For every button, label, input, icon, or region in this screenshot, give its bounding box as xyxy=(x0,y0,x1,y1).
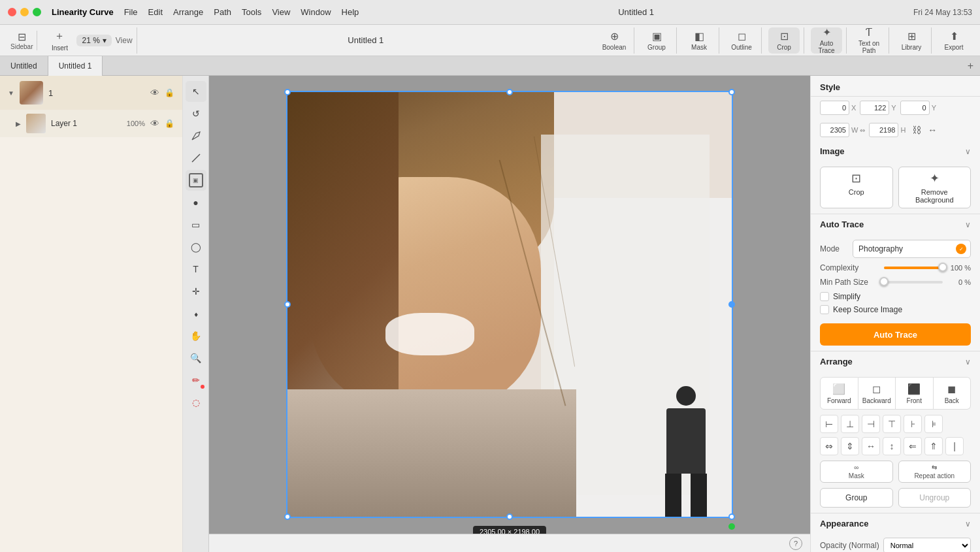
front-button[interactable]: ⬛ Front xyxy=(896,377,934,410)
min-path-thumb[interactable] xyxy=(879,277,889,286)
menu-tools[interactable]: Tools xyxy=(242,7,261,17)
layer-lock-icon[interactable]: 🔒 xyxy=(165,119,174,128)
text-tool[interactable]: T xyxy=(186,259,206,280)
layer-collapse-arrow[interactable]: ▶ xyxy=(16,120,21,127)
mode-select[interactable]: Photography ✓ xyxy=(853,240,971,258)
minimize-button[interactable] xyxy=(20,8,29,16)
aspect-lock-icon[interactable]: ⛓ xyxy=(912,125,921,135)
tab-untitled1[interactable]: Untitled 1 xyxy=(48,56,103,76)
ellipse-tool[interactable]: ◯ xyxy=(186,236,206,257)
export-button[interactable]: ⬆ Export xyxy=(938,27,970,54)
boolean-button[interactable]: ⊕ Boolean xyxy=(598,27,630,54)
distribute-v3-button[interactable]: ⇑ xyxy=(924,437,943,455)
handle-bm[interactable] xyxy=(506,513,513,520)
group-visibility-icon[interactable]: 👁 xyxy=(150,88,159,98)
menu-view[interactable]: View xyxy=(272,7,290,17)
coord-y-input[interactable] xyxy=(860,101,889,115)
align-center-v-button[interactable]: ⊦ xyxy=(904,415,922,433)
ungroup-btn[interactable]: Ungroup xyxy=(898,488,972,508)
tab-add-button[interactable]: + xyxy=(961,60,980,72)
align-center-h-button[interactable]: ⊥ xyxy=(841,415,859,433)
align-left-button[interactable]: ⊢ xyxy=(820,415,838,433)
align-top-button[interactable]: ⊤ xyxy=(883,415,901,433)
menu-path[interactable]: Path xyxy=(214,7,231,17)
handle-ml[interactable] xyxy=(284,301,291,308)
zoom-tool[interactable]: 🔍 xyxy=(186,348,206,368)
mask-btn[interactable]: ∞ Mask xyxy=(820,461,893,483)
layer-visibility-icon[interactable]: 👁 xyxy=(150,118,159,129)
distribute-h-button[interactable]: ⇔ xyxy=(820,437,838,455)
forward-button[interactable]: ⬜ Forward xyxy=(820,377,858,410)
appearance-chevron[interactable]: ∨ xyxy=(965,519,971,528)
appearance-section-header[interactable]: Appearance ∨ xyxy=(811,513,980,534)
keep-source-checkbox[interactable] xyxy=(820,305,829,314)
distribute-h3-button[interactable]: ⇐ xyxy=(904,437,922,455)
handle-br[interactable] xyxy=(728,513,735,520)
view-selector[interactable]: 21 % ▾ xyxy=(76,35,111,46)
handle-tm[interactable] xyxy=(506,89,513,95)
complexity-slider[interactable] xyxy=(884,267,943,269)
transform-tool[interactable]: ✛ xyxy=(186,281,206,302)
pencil-tool[interactable]: ✏ xyxy=(186,370,206,391)
opacity-select[interactable]: Normal Multiply Screen xyxy=(883,538,971,552)
menu-arrange[interactable]: Arrange xyxy=(173,7,203,17)
insert-button[interactable]: ＋ Insert xyxy=(44,27,75,54)
coord-y2-input[interactable] xyxy=(900,101,930,115)
handle-mr[interactable] xyxy=(728,301,735,308)
backward-button[interactable]: ◻ Backward xyxy=(858,377,896,410)
help-button[interactable]: ? xyxy=(789,537,802,550)
auto-trace-button[interactable]: Auto Trace xyxy=(820,323,971,346)
tab-untitled[interactable]: Untitled xyxy=(0,56,48,76)
simplify-checkbox[interactable] xyxy=(820,292,829,301)
auto-trace-section-header[interactable]: Auto Trace ∨ xyxy=(811,214,980,235)
crop-action-button[interactable]: ⊡ Crop xyxy=(820,167,893,208)
lasso-tool[interactable]: ◌ xyxy=(186,392,206,413)
distribute-v-button[interactable]: ⇕ xyxy=(841,437,859,455)
handle-tl[interactable] xyxy=(284,89,291,95)
pen-tool[interactable] xyxy=(186,125,206,146)
auto-trace-chevron[interactable]: ∨ xyxy=(965,220,971,229)
coord-h-input[interactable] xyxy=(869,123,898,137)
rotate-tool[interactable]: ↺ xyxy=(186,103,206,124)
group-collapse-arrow[interactable]: ▼ xyxy=(8,89,14,97)
repeat-action-btn[interactable]: ⇆ Repeat action xyxy=(898,461,972,483)
sidebar-toggle-btn[interactable]: ⊟ Sidebar xyxy=(10,31,33,50)
library-button[interactable]: ⊞ Library xyxy=(896,27,927,54)
align-right-button[interactable]: ⊣ xyxy=(862,415,880,433)
handle-tr[interactable] xyxy=(728,89,735,95)
image-section-header[interactable]: Image ∨ xyxy=(811,141,980,161)
rectangle-tool[interactable]: ▭ xyxy=(186,214,206,235)
distribute-v2-button[interactable]: ↕ xyxy=(883,437,901,455)
line-tool[interactable] xyxy=(186,148,206,169)
paint-tool[interactable]: ● xyxy=(186,192,206,213)
remove-bg-button[interactable]: ✦ Remove Background xyxy=(898,167,972,208)
mask-button[interactable]: ◧ Mask xyxy=(683,27,715,54)
menu-window[interactable]: Window xyxy=(301,7,331,17)
complexity-thumb[interactable] xyxy=(938,263,947,272)
group-lock-icon[interactable]: 🔒 xyxy=(165,88,174,97)
distribute-h2-button[interactable]: ↔ xyxy=(862,437,880,455)
back-button[interactable]: ◼ Back xyxy=(934,377,972,410)
handle-bl[interactable] xyxy=(284,513,291,520)
crop-button[interactable]: ⊡ Crop xyxy=(768,27,800,54)
group-btn[interactable]: Group xyxy=(820,488,893,508)
arrange-section-header[interactable]: Arrange ∨ xyxy=(811,351,980,372)
layer-item[interactable]: ▶ Layer 1 100% 👁 🔒 xyxy=(0,110,182,137)
select-tool[interactable]: ↖ xyxy=(186,81,206,102)
menu-edit[interactable]: Edit xyxy=(148,7,163,17)
distribute-sep-button[interactable]: | xyxy=(945,437,964,455)
image-section-chevron[interactable]: ∨ xyxy=(965,147,971,156)
brush-select-tool[interactable]: ▣ xyxy=(186,170,206,191)
arrange-chevron[interactable]: ∨ xyxy=(965,357,971,366)
handle-green[interactable] xyxy=(728,523,735,530)
flip-icon[interactable]: ↔ xyxy=(928,125,937,135)
close-button[interactable] xyxy=(8,8,16,16)
hand-tool[interactable]: ✋ xyxy=(186,325,206,346)
min-path-slider[interactable] xyxy=(884,281,943,284)
eraser-tool[interactable]: ⬧ xyxy=(186,303,206,324)
coord-w-input[interactable] xyxy=(820,123,849,137)
align-bottom-button[interactable]: ⊧ xyxy=(924,415,943,433)
textonpath-button[interactable]: Ƭ Text on Path xyxy=(853,27,885,54)
menu-help[interactable]: Help xyxy=(342,7,359,17)
fullscreen-button[interactable] xyxy=(33,8,41,16)
